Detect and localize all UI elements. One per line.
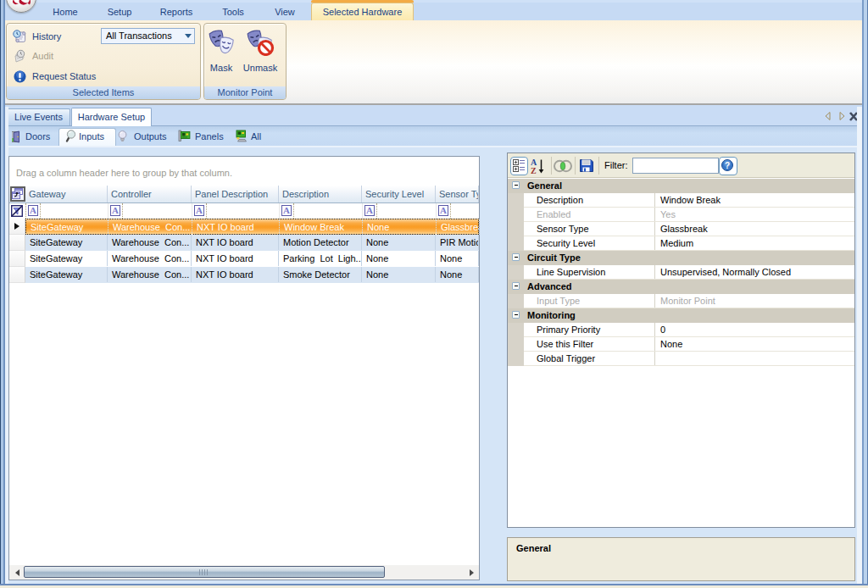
svg-text:?: ? bbox=[725, 161, 730, 170]
svg-text:Z: Z bbox=[531, 166, 537, 175]
